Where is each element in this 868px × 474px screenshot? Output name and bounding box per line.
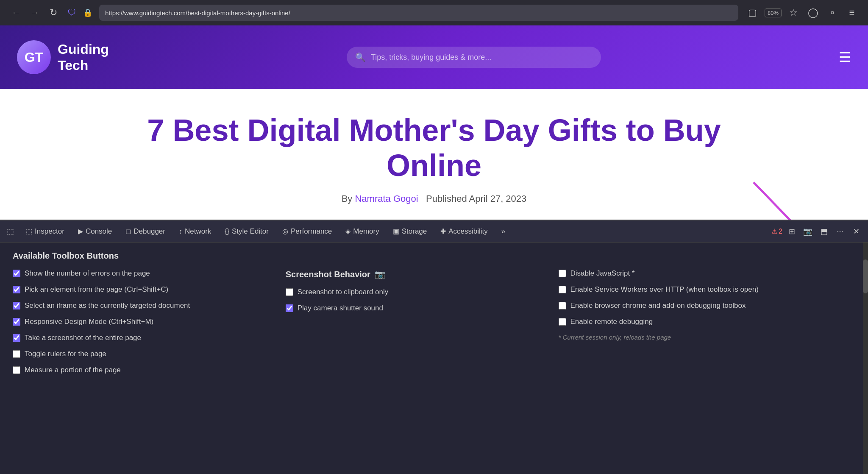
- checkbox-iframe-label: Select an iframe as the currently target…: [25, 301, 190, 310]
- lock-icon: 🔒: [83, 8, 92, 17]
- checkbox-responsive-label: Responsive Design Mode (Ctrl+Shift+M): [25, 318, 153, 326]
- style-editor-icon: {}: [225, 228, 229, 235]
- checkbox-iframe-input[interactable]: [13, 302, 20, 309]
- tab-debugger[interactable]: ◻ Debugger: [119, 220, 172, 242]
- tab-accessibility-label: Accessibility: [448, 227, 488, 236]
- checkbox-pick-element: Pick an element from the page (Ctrl+Shif…: [13, 285, 260, 294]
- storage-icon: ▣: [393, 227, 399, 235]
- performance-icon: ◎: [282, 227, 288, 235]
- tab-performance-label: Performance: [291, 227, 332, 236]
- devtools-cursor-icon[interactable]: ⬚: [2, 223, 19, 240]
- accessibility-icon: ✚: [440, 227, 446, 235]
- tab-inspector-label: Inspector: [35, 227, 64, 236]
- tab-style-editor[interactable]: {} Style Editor: [218, 220, 275, 242]
- left-column: Show the number of errors on the page Pi…: [13, 269, 260, 382]
- camera-icon: 📷: [375, 269, 385, 279]
- responsive-design-button[interactable]: ⊞: [785, 225, 798, 238]
- close-devtools-button[interactable]: ✕: [849, 225, 863, 238]
- pocket-button[interactable]: ◯: [805, 5, 821, 20]
- tab-memory[interactable]: ◈ Memory: [339, 220, 386, 242]
- dock-button[interactable]: ⬒: [817, 225, 831, 238]
- zoom-level[interactable]: 80%: [765, 8, 782, 17]
- hamburger-menu[interactable]: ☰: [839, 49, 851, 65]
- site-search: 🔍 Tips, tricks, buying guides & more...: [109, 47, 839, 68]
- logo-image: GT: [17, 40, 51, 74]
- checkbox-browser-chrome: Enable browser chrome and add-on debuggi…: [559, 301, 856, 310]
- devtools-scrollbar[interactable]: [863, 243, 868, 474]
- search-placeholder: Tips, tricks, buying guides & more...: [371, 53, 491, 62]
- checkbox-screenshot-input[interactable]: [13, 334, 20, 342]
- scrollbar-thumb[interactable]: [863, 259, 868, 293]
- checkbox-pick-element-label: Pick an element from the page (Ctrl+Shif…: [25, 285, 168, 294]
- checkbox-pick-element-input[interactable]: [13, 286, 20, 293]
- inspector-icon: ⬚: [26, 227, 32, 235]
- tab-performance[interactable]: ◎ Performance: [275, 220, 339, 242]
- checkbox-service-workers: Enable Service Workers over HTTP (when t…: [559, 285, 856, 294]
- checkbox-service-workers-input[interactable]: [559, 286, 566, 293]
- reader-view-button[interactable]: ▢: [745, 5, 760, 20]
- screenshot-button[interactable]: 📷: [801, 225, 815, 238]
- article-title: 7 Best Digital Mother's Day Gifts to Buy…: [137, 113, 731, 183]
- session-note: * Current session only, reloads the page: [559, 334, 856, 341]
- checkbox-remote-debug-input[interactable]: [559, 318, 566, 326]
- tab-inspector[interactable]: ⬚ Inspector: [19, 220, 71, 242]
- error-icon: ⚠: [771, 227, 777, 235]
- tab-network-label: Network: [185, 227, 211, 236]
- browser-actions: ▢ 80% ☆ ◯ ▫ ≡: [745, 5, 860, 20]
- checkbox-rulers-input[interactable]: [13, 350, 20, 358]
- author-link[interactable]: Namrata Gogoi: [355, 193, 418, 204]
- checkbox-responsive: Responsive Design Mode (Ctrl+Shift+M): [13, 318, 260, 326]
- checkbox-screenshot-label: Take a screenshot of the entire page: [25, 334, 141, 342]
- tab-console[interactable]: ▶ Console: [71, 220, 119, 242]
- checkbox-browser-chrome-input[interactable]: [559, 302, 566, 309]
- error-count: 2: [779, 228, 782, 235]
- meta-prefix: By: [342, 193, 353, 204]
- bookmark-button[interactable]: ☆: [786, 5, 801, 20]
- tab-storage-label: Storage: [402, 227, 427, 236]
- checkbox-iframe: Select an iframe as the currently target…: [13, 301, 260, 310]
- forward-button[interactable]: →: [27, 5, 42, 20]
- website-content: GT Guiding Tech 🔍 Tips, tricks, buying g…: [0, 25, 868, 220]
- tab-network[interactable]: ↕ Network: [172, 220, 218, 242]
- site-header: GT Guiding Tech 🔍 Tips, tricks, buying g…: [0, 25, 868, 89]
- checkbox-remote-debug-label: Enable remote debugging: [570, 318, 653, 326]
- console-icon: ▶: [78, 227, 83, 235]
- reload-button[interactable]: ↻: [46, 5, 61, 20]
- checkbox-errors-input[interactable]: [13, 270, 20, 277]
- checkbox-shutter: Play camera shutter sound: [286, 304, 533, 312]
- checkbox-remote-debug: Enable remote debugging: [559, 318, 856, 326]
- tab-more[interactable]: »: [495, 220, 512, 242]
- checkbox-browser-chrome-label: Enable browser chrome and add-on debuggi…: [570, 301, 746, 310]
- checkbox-measure-label: Measure a portion of the page: [25, 366, 121, 374]
- checkbox-disable-js-input[interactable]: [559, 270, 566, 277]
- checkbox-errors: Show the number of errors on the page: [13, 269, 260, 278]
- debugger-icon: ◻: [125, 227, 131, 235]
- article-meta: By Namrata Gogoi Published April 27, 202…: [342, 193, 527, 204]
- tab-storage[interactable]: ▣ Storage: [386, 220, 434, 242]
- checkbox-clipboard: Screenshot to clipboard only: [286, 288, 533, 296]
- menu-button[interactable]: ≡: [844, 5, 860, 20]
- browser-chrome: ← → ↻ 🛡 🔒 https://www.guidingtech.com/be…: [0, 0, 868, 25]
- search-bar[interactable]: 🔍 Tips, tricks, buying guides & more...: [347, 47, 601, 68]
- tab-memory-label: Memory: [353, 227, 379, 236]
- more-options-button[interactable]: ···: [833, 225, 847, 238]
- tab-console-label: Console: [86, 227, 112, 236]
- site-logo: GT Guiding Tech: [17, 40, 109, 74]
- checkbox-shutter-input[interactable]: [286, 304, 293, 312]
- devtools-tabs: ⬚ ⬚ Inspector ▶ Console ◻ Debugger ↕ Net…: [0, 220, 868, 243]
- screenshot-section-title: Screenshot Behavior 📷: [286, 269, 533, 279]
- screenshot-section: Screenshot Behavior 📷 Screenshot to clip…: [286, 269, 533, 382]
- checkbox-responsive-input[interactable]: [13, 318, 20, 326]
- checkbox-clipboard-input[interactable]: [286, 288, 293, 296]
- site-name: Guiding Tech: [58, 41, 109, 74]
- extension-button[interactable]: ▫: [825, 5, 840, 20]
- tab-accessibility[interactable]: ✚ Accessibility: [434, 220, 495, 242]
- checkbox-service-workers-label: Enable Service Workers over HTTP (when t…: [570, 285, 759, 294]
- address-bar[interactable]: https://www.guidingtech.com/best-digital…: [99, 5, 738, 21]
- back-button[interactable]: ←: [8, 5, 24, 20]
- checkbox-measure-input[interactable]: [13, 366, 20, 374]
- memory-icon: ◈: [345, 227, 351, 235]
- network-icon: ↕: [179, 228, 182, 235]
- publish-date: Published April 27, 2023: [426, 193, 526, 204]
- error-count-button[interactable]: ⚠ 2: [771, 227, 782, 235]
